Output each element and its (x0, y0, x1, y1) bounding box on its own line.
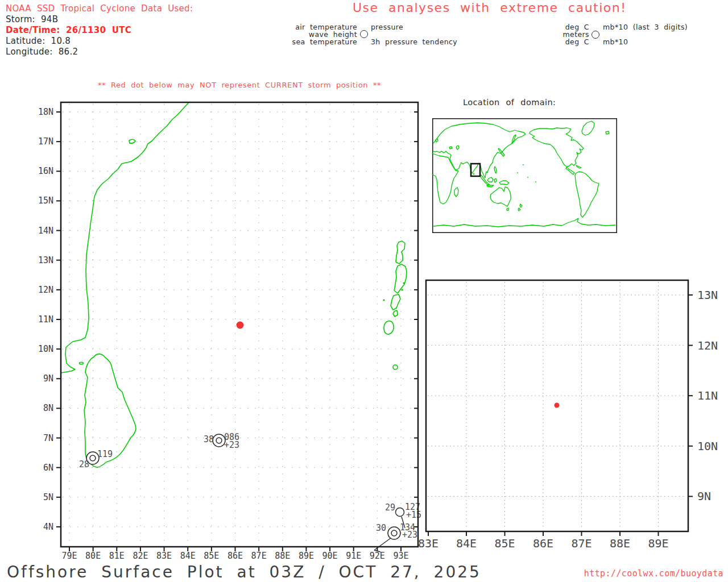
legend-tendency-units: mb*10 (603, 38, 628, 46)
station-value: +23 (224, 440, 239, 450)
lon-tick-label: 84E (180, 551, 196, 561)
lon-tick-label: 88E (610, 537, 630, 550)
lon-tick-label: 85E (204, 551, 219, 561)
lon-tick-label: 92E (370, 551, 385, 561)
caution-banner: Use analyses with extreme caution! (353, 1, 627, 15)
lat-tick-label: 10N (697, 439, 718, 453)
lat-tick-label: 16N (38, 166, 53, 176)
storm-dot-zoom (555, 403, 560, 408)
lon-tick-label: 80E (85, 551, 101, 561)
lat-tick-label: 11N (38, 314, 53, 325)
storm-info-source: NOAA SSD Tropical Cyclone Data Used: (6, 3, 193, 14)
world-sri-lanka (473, 173, 474, 174)
lon-tick-label: 88E (275, 551, 290, 561)
storm-datetime: Date/Time: 26/1130 UTC (6, 25, 193, 36)
inset-border (433, 119, 617, 233)
coastline-andaman-north (396, 241, 405, 264)
legend-sea-units: deg C (532, 38, 589, 46)
station-value: 28 (79, 459, 89, 469)
world-pacific-islet (527, 177, 528, 178)
lat-tick-label: 18N (38, 107, 53, 117)
lat-tick-label: 8N (43, 403, 53, 413)
legend-pressure-tendency: 3h pressure tendency (371, 38, 457, 46)
storm-info-block: NOAA SSD Tropical Cyclone Data Used: Sto… (6, 3, 193, 57)
lat-tick-label: 12N (38, 285, 53, 295)
lon-tick-label: 85E (494, 537, 515, 550)
lon-tick-label: 87E (251, 551, 267, 561)
coastline-india (61, 102, 189, 373)
lat-tick-label: 9N (43, 373, 53, 384)
lon-tick-label: 84E (456, 537, 477, 550)
lon-tick-label: 82E (133, 551, 148, 561)
lon-tick-label: 87E (571, 537, 592, 550)
station-value: 29 (385, 502, 395, 513)
lon-tick-label: 86E (533, 537, 553, 550)
wind-barb (374, 538, 391, 550)
lat-tick-label: 12N (697, 339, 718, 352)
main-map: 79E80E81E82E83E84E85E86E87E88E89E90E91E9… (32, 95, 431, 563)
storm-latitude: Latitude: 10.8 (6, 36, 193, 47)
station-plot: 28119 (79, 449, 113, 469)
station-inner-circle (391, 530, 397, 536)
zoom-map-overlay: 83E84E85E86E87E88E89E13N12N11N10N9N (418, 288, 718, 550)
lon-tick-label: 89E (299, 551, 314, 561)
station-value: 38 (204, 434, 214, 444)
lat-tick-label: 10N (38, 344, 53, 354)
lat-tick-label: 14N (38, 226, 53, 236)
station-inner-circle (216, 438, 222, 443)
legend-pressure: pressure (371, 23, 403, 31)
lon-tick-label: 83E (156, 551, 172, 561)
world-inset-map (432, 118, 617, 233)
lat-tick-label: 15N (38, 196, 53, 206)
lat-tick-label: 13N (38, 255, 53, 265)
world-pacific-islet (523, 164, 524, 165)
coastline-andaman-islet (393, 310, 398, 317)
source-url: http://coolwx.com/buoydata (584, 568, 723, 579)
station-value: 30 (376, 523, 386, 533)
storm-longitude: Longitude: 86.2 (6, 47, 193, 57)
storm-id: Storm: 94B (6, 14, 193, 25)
coastline-islet (383, 299, 384, 301)
zoom-map: 83E84E85E86E87E88E89E13N12N11N10N9N (398, 275, 727, 559)
coastline-lake (129, 139, 135, 143)
lon-tick-label: 86E (228, 551, 243, 561)
station-circle-icon (592, 31, 599, 39)
plot-title: Offshore Surface Plot at 03Z / OCT 27, 2… (7, 563, 481, 581)
coastline-car-nicobar (393, 365, 398, 369)
lat-tick-label: 7N (43, 433, 53, 443)
lon-tick-label: 91E (346, 551, 361, 561)
lat-tick-label: 6N (43, 463, 53, 473)
lat-tick-label: 4N (43, 522, 53, 532)
coastline-little-andaman (384, 321, 394, 334)
lon-tick-label: 89E (648, 537, 668, 550)
lat-tick-label: 5N (43, 492, 53, 502)
storm-position-warning: ** Red dot below may NOT represent CURRE… (98, 81, 381, 89)
station-value: 119 (97, 449, 113, 459)
lat-tick-label: 17N (38, 136, 53, 147)
lon-tick-label: 83E (418, 537, 439, 550)
station-circle-icon (360, 30, 368, 38)
storm-dot (237, 322, 244, 329)
world-pacific-islet (517, 172, 518, 173)
legend-sea-temperature: sea temperature (278, 38, 357, 46)
lon-tick-label: 90E (322, 551, 338, 561)
inset-title: Location of domain: (463, 98, 556, 107)
lon-tick-label: 79E (61, 551, 77, 561)
lat-tick-label: 11N (697, 389, 718, 402)
lat-tick-label: 9N (697, 489, 711, 503)
coastline-islet (80, 362, 84, 364)
lat-tick-label: 13N (697, 288, 718, 302)
station-plot: 38086+23 (204, 432, 239, 450)
lon-tick-label: 81E (109, 551, 125, 561)
main-map-overlay: 79E80E81E82E83E84E85E86E87E88E89E90E91E9… (38, 107, 421, 561)
station-inner-circle (90, 455, 96, 461)
legend-pressure-units: mb*10 (last 3 digits) (603, 23, 688, 31)
buoy-plot-page: NOAA SSD Tropical Cyclone Data Used: Sto… (0, 0, 728, 582)
world-pacific-islet (535, 181, 536, 182)
